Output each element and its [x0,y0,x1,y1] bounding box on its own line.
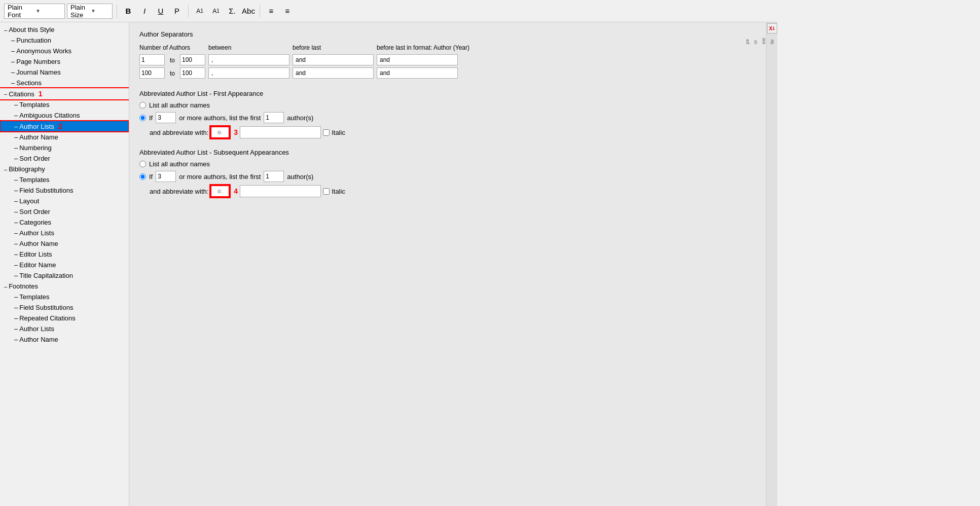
row1-before-last-format-input[interactable] [377,54,458,65]
sub-abbrev-field-icon: ⚙. [217,189,223,194]
first-radio-list-all[interactable] [139,102,146,109]
row1-to-input[interactable] [180,54,205,65]
sidebar-item-templates[interactable]: – Templates [0,99,129,110]
author-separators-section: Author Separators Number of Authors betw… [139,30,756,80]
sidebar-item-layout[interactable]: – Layout [0,196,129,206]
bold-button[interactable]: B [121,4,135,18]
first-radio-if-row: If or more authors, list the first autho… [139,112,756,123]
sigma-button[interactable]: Σ. [225,4,239,18]
first-abbrev-field-btn[interactable]: ⚙. [210,126,230,138]
row2-to-label: to [168,70,177,77]
row2-before-last-input[interactable] [293,67,374,79]
sidebar-item-ambiguous-citations[interactable]: – Ambiguous Citations [0,110,129,121]
sub-italic-checkbox[interactable] [323,188,330,195]
sidebar-item-fn-author-lists[interactable]: – Author Lists [0,323,129,334]
sub-abbrev-field-btn[interactable]: ⚙. [210,185,230,197]
sub-radio-if[interactable] [139,173,146,180]
sidebar-item-fn-repeated-citations[interactable]: – Repeated Citations [0,313,129,323]
abc-button[interactable]: Abc [241,4,256,18]
sidebar-item-fn-templates[interactable]: – Templates [0,292,129,302]
sidebar-item-bib-templates[interactable]: – Templates [0,174,129,185]
sidebar-item-numbering[interactable]: – Numbering [0,142,129,153]
row2-from-input[interactable] [139,67,165,79]
sidebar-item-editor-lists[interactable]: – Editor Lists [0,249,129,260]
sidebar-item-punctuation[interactable]: – Punctuation [0,35,129,46]
superscript-button[interactable]: A1 [193,4,207,18]
dash-icon-editor-lists: – [14,250,18,258]
first-abbrev-text-input[interactable] [240,126,321,138]
first-abbreviate-row: and abbreviate with: ⚙. 3 Italic [150,126,756,138]
row1-before-last-input[interactable] [293,54,374,65]
row1-to-label: to [168,57,177,64]
right-panel-item-pe: pe [743,38,751,44]
sidebar-item-author-name[interactable]: – Author Name [0,132,129,142]
size-label: Plain Size [70,4,89,19]
sub-radio-list-all-row: List all author names [139,160,756,168]
sidebar-item-fn-field-sub[interactable]: – Field Substitutions [0,302,129,313]
sidebar-item-sections[interactable]: – Sections [0,78,129,88]
sidebar-item-anonymous[interactable]: – Anonymous Works [0,46,129,56]
separator-row-2: to [139,66,473,80]
dash-icon-bib-author-name: – [14,240,18,247]
row1-between-input[interactable] [208,54,289,65]
minus-icon-bibliography: – [4,166,7,172]
sub-or-more-label: or more authors, list the first [179,173,261,180]
abbrev-subsequent-section: Abbreviated Author List - Subsequent App… [139,149,756,197]
dash-icon-numbering: – [14,144,18,152]
sidebar-item-author-lists[interactable]: – Author Lists 2 [0,121,129,132]
first-italic-checkbox[interactable] [323,129,330,136]
separator-row-1: to [139,53,473,66]
dash-icon-bib-templates: – [14,176,18,184]
sidebar-item-page-numbers[interactable]: – Page Numbers [0,56,129,67]
sub-radio-list-all[interactable] [139,161,146,167]
dash-icon-punctuation: – [11,37,15,44]
sidebar-item-bib-author-name[interactable]: – Author Name [0,238,129,249]
subscript-button[interactable]: A1 [209,4,223,18]
dash-icon-sections: – [11,79,15,87]
sidebar-item-bibliography[interactable]: – Bibliography [0,164,129,174]
annotation-3: 3 [234,128,238,136]
dash-icon-journal-names: – [11,68,15,76]
italic-button[interactable]: I [137,4,152,18]
minus-icon-footnotes: – [4,283,7,290]
row2-before-last-format-input[interactable] [377,67,458,79]
sidebar-item-about[interactable]: – About this Style [0,24,129,35]
row2-between-input[interactable] [208,67,289,79]
sidebar-item-citations[interactable]: – Citations 1 [0,88,129,99]
row2-to-input[interactable] [180,67,205,79]
first-or-more-label: or more authors, list the first [179,114,261,122]
sidebar-item-categories[interactable]: – Categories [0,217,129,228]
first-author-count-input[interactable] [264,112,284,123]
sidebar-item-journal-names[interactable]: – Journal Names [0,67,129,78]
close-button[interactable]: X1 [767,23,777,33]
sidebar-item-fn-author-name[interactable]: – Author Name [0,334,129,345]
main-area: – About this Style – Punctuation – Anony… [0,22,777,506]
sidebar-item-sort-order[interactable]: – Sort Order [0,153,129,164]
sidebar-item-title-capitalization[interactable]: – Title Capitalization [0,270,129,281]
sidebar-item-bib-author-lists[interactable]: – Author Lists [0,228,129,238]
align-right-button[interactable]: ≡ [280,4,295,18]
first-if-value-input[interactable] [156,112,176,123]
size-selector[interactable]: Plain Size ▼ [67,4,113,19]
align-left-button[interactable]: ≡ [264,4,278,18]
sidebar-item-editor-name[interactable]: – Editor Name [0,260,129,270]
sidebar-item-field-substitutions[interactable]: – Field Substitutions [0,185,129,196]
sub-abbrev-text-input[interactable] [240,185,321,197]
dash-icon-fn-author-lists: – [14,325,18,333]
annotation-4: 4 [234,187,238,195]
sub-if-value-input[interactable] [156,171,176,182]
font-selector[interactable]: Plain Font ▼ [4,4,65,19]
underline-button[interactable]: U [154,4,168,18]
first-radio-list-all-row: List all author names [139,101,756,109]
sidebar-item-bib-sort-order[interactable]: – Sort Order [0,206,129,217]
sidebar-item-footnotes[interactable]: – Footnotes [0,281,129,292]
first-radio-if[interactable] [139,115,146,121]
font-label: Plain Font [8,4,33,19]
right-panel-item-or: or [751,38,759,44]
col-num-authors: Number of Authors [139,43,208,53]
plain-button[interactable]: P [170,4,184,18]
sub-author-count-input[interactable] [264,171,284,182]
row1-from-input[interactable] [139,54,165,65]
right-panel-item-ear: ear [759,38,768,44]
col-before-last: before last [293,43,377,53]
